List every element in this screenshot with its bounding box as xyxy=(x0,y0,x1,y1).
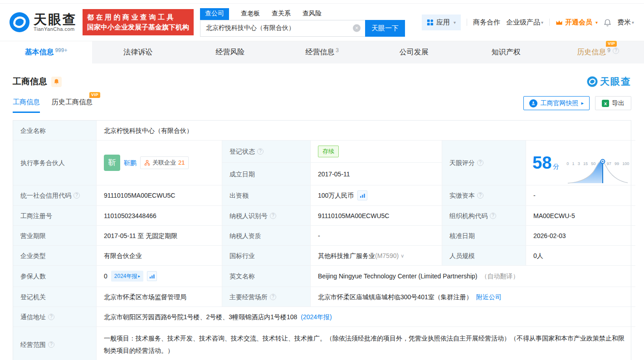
tab-count-badge: 9 xyxy=(607,47,610,54)
help-icon[interactable]: ? xyxy=(73,192,80,199)
apps-grid-icon xyxy=(427,19,434,26)
industry-code: (M7590) xyxy=(375,251,399,260)
capital-label: 出资额 xyxy=(222,185,311,206)
watermark-logo-icon xyxy=(587,76,598,87)
establish-date-label: 成立日期 xyxy=(222,163,311,185)
capital-value: 100万人民币 xyxy=(311,185,442,206)
taxpayer-quality-label: 纳税人资质 xyxy=(222,226,311,246)
subtab-business-info[interactable]: 工商信息 xyxy=(13,98,40,113)
partner-name-link[interactable]: 靳鹏 xyxy=(124,158,137,167)
chevron-down-icon: ▾ xyxy=(541,20,543,25)
main-content: 工商信息 天眼查 工商信息 历史工商信息 VIP xyxy=(0,75,644,360)
help-icon[interactable]: ? xyxy=(270,294,276,300)
related-companies-badge[interactable]: 关联企业 21 xyxy=(140,156,189,169)
notification-bell-icon[interactable] xyxy=(604,18,611,27)
arrow-right-icon: ▸ xyxy=(138,272,141,281)
help-icon[interactable]: ? xyxy=(257,148,263,155)
auto-translate-note: （自动翻译） xyxy=(481,272,519,281)
search-tab-company[interactable]: 查公司 xyxy=(200,8,229,20)
company-name-label: 企业名称 xyxy=(13,121,97,141)
search-tab-risk[interactable]: 查风险 xyxy=(302,8,322,20)
nav-user-menu[interactable]: 费米 ▾ xyxy=(617,18,634,27)
tab-intellectual-property[interactable]: 知识产权 xyxy=(460,41,552,63)
capital-trend-icon[interactable] xyxy=(357,190,367,200)
nav-enterprise-label: 企业级产品 xyxy=(506,18,540,27)
page-top-strip xyxy=(0,0,644,4)
tab-label: 历史信息 xyxy=(577,48,606,56)
business-scope-value: 一般项目：技术服务、技术开发、技术咨询、技术交流、技术转让、技术推广。（除依法须… xyxy=(97,327,635,360)
english-name-label: 英文名称 xyxy=(222,266,311,287)
help-icon[interactable]: ? xyxy=(477,160,483,166)
registration-number-value: 110105023448466 xyxy=(97,206,222,226)
tab-legal-proceedings[interactable]: 法律诉讼 xyxy=(92,41,184,63)
annual-report-badge[interactable]: 2024年报▸ xyxy=(111,271,143,282)
official-snapshot-button[interactable]: 工商官网快照 ▸ xyxy=(523,96,590,110)
apps-menu[interactable]: 应用 ▾ xyxy=(422,15,461,30)
insured-trend-icon[interactable] xyxy=(147,271,157,281)
promo-banner-line2: 国家中小企业发展子基金旗下机构 xyxy=(87,22,189,32)
help-icon[interactable]: ? xyxy=(477,192,483,199)
executive-partner-value: 靳 靳鹏 关联企业 21 xyxy=(97,141,222,185)
watermark-text: 天眼查 xyxy=(600,75,631,88)
score-number: 58 分 xyxy=(532,154,559,171)
tab-count-badge: 999+ xyxy=(55,47,67,54)
export-button-label: 导出 xyxy=(612,99,624,107)
business-term-value: 2017-05-11 至 无固定期限 xyxy=(97,226,222,246)
subscribe-bell-icon[interactable] xyxy=(51,77,62,87)
tab-history-info[interactable]: 历史信息 VIP 9 ? xyxy=(552,41,644,63)
registration-number-label: 工商注册号 xyxy=(13,206,97,226)
tab-operation-info[interactable]: 经营信息 3 xyxy=(276,41,368,63)
tab-company-development[interactable]: 公司发展 xyxy=(368,41,460,63)
tab-label: 公司发展 xyxy=(400,48,429,57)
executive-partner-label: 执行事务合伙人 xyxy=(13,141,97,185)
english-name-value: Beijing Ningyue Technology Center (Limit… xyxy=(311,266,635,287)
nav-business-cooperation[interactable]: 商务合作 xyxy=(473,18,500,27)
tab-basic-info[interactable]: 基本信息 999+ xyxy=(0,41,92,63)
tab-count-badge: 3 xyxy=(336,47,339,54)
tianyancha-watermark: 天眼查 xyxy=(587,75,631,88)
chevron-down-icon[interactable]: ∨ xyxy=(400,251,404,260)
help-icon[interactable]: ? xyxy=(613,48,619,54)
tianyancha-logo[interactable]: 天眼查 TianYanCha.com xyxy=(9,12,77,33)
help-icon[interactable]: ? xyxy=(48,341,54,348)
nav-vip-upgrade[interactable]: 开通会员 ▾ xyxy=(556,18,598,27)
annual-report-link[interactable]: (2024年报) xyxy=(301,312,332,321)
search-tabs: 查公司 查老板 查关系 查风险 xyxy=(200,8,405,20)
org-chart-icon xyxy=(144,160,150,166)
chevron-down-icon: ▾ xyxy=(632,20,634,25)
nav-enterprise-products[interactable]: 企业级产品 ▾ xyxy=(506,18,543,27)
arrow-right-icon: ▸ xyxy=(581,100,584,106)
taxpayer-quality-value: - xyxy=(311,226,442,246)
taxpayer-id-label: 纳税人识别号? xyxy=(222,206,311,226)
tab-label: 知识产权 xyxy=(492,48,521,57)
business-info-table: 企业名称 北京柠悦科技中心（有限合伙） 执行事务合伙人 靳 靳鹏 关联企业 21… xyxy=(13,120,631,360)
tab-operation-risk[interactable]: 经营风险 xyxy=(184,41,276,63)
subtab-history-business-info[interactable]: 历史工商信息 VIP xyxy=(52,98,93,113)
company-name-value: 北京柠悦科技中心（有限合伙） xyxy=(97,121,635,141)
top-header: 天眼查 TianYanCha.com 都在用的商业查询工具 国家中小企业发展子基… xyxy=(0,4,644,41)
partner-avatar[interactable]: 靳 xyxy=(104,155,120,171)
apps-menu-label: 应用 xyxy=(436,18,450,27)
tianyan-score-label: 天眼评分? xyxy=(442,141,526,185)
brand-domain: TianYanCha.com xyxy=(34,26,77,32)
related-companies-count: 21 xyxy=(178,158,185,167)
help-icon[interactable]: ? xyxy=(48,314,54,320)
help-icon[interactable]: ? xyxy=(490,213,496,219)
brand-name: 天眼查 xyxy=(34,13,77,26)
stamp-icon xyxy=(529,99,537,107)
approval-date-value: 2026-02-03 xyxy=(526,226,635,246)
nearby-companies-link[interactable]: 附近公司 xyxy=(476,292,502,302)
staff-size-label: 人员规模 xyxy=(442,246,526,266)
help-icon[interactable]: ? xyxy=(270,213,276,219)
search-button[interactable]: 天眼一下 xyxy=(365,20,405,37)
registration-authority-label: 登记机关 xyxy=(13,287,97,307)
nav-username: 费米 xyxy=(617,18,631,27)
tab-label: 基本信息 xyxy=(24,48,54,57)
search-tab-relation[interactable]: 查关系 xyxy=(272,8,291,20)
promo-banner: 都在用的商业查询工具 国家中小企业发展子基金旗下机构 xyxy=(83,9,194,35)
search-tab-boss[interactable]: 查老板 xyxy=(241,8,260,20)
export-button[interactable]: x 导出 xyxy=(595,96,631,110)
search-input[interactable] xyxy=(200,20,365,37)
clear-search-icon[interactable]: × xyxy=(353,24,361,32)
tab-label: 经营信息 xyxy=(305,48,334,57)
